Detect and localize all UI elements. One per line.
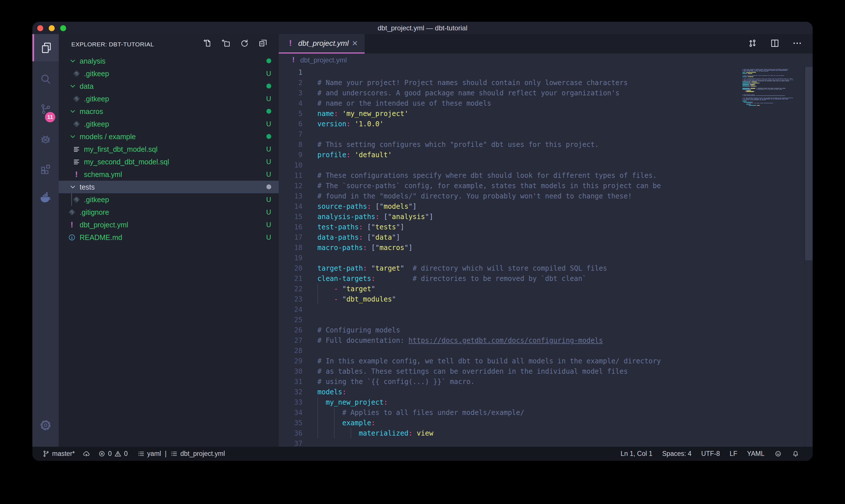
chevron-down-icon (69, 133, 76, 140)
split-editor-button[interactable] (770, 38, 780, 50)
code-line-13: 13# found in the "models/" directory. Yo… (279, 191, 805, 201)
yaml-warning-icon: ! (289, 38, 292, 48)
activity-explorer[interactable] (32, 34, 59, 61)
breadcrumb[interactable]: ! dbt_project.yml (279, 54, 813, 67)
close-tab-icon[interactable]: × (352, 34, 358, 52)
tree-item-analysis[interactable]: analysis (59, 55, 279, 67)
activity-settings[interactable] (32, 412, 59, 439)
sql-file-icon (72, 145, 80, 153)
tree-item--gitkeep[interactable]: .gitkeepU (59, 193, 279, 206)
chevron-down-icon (69, 83, 76, 90)
git-status-untracked: U (260, 70, 277, 78)
explorer-header: EXPLORER: DBT-TUTORIAL (71, 34, 154, 55)
code-line-34: 34 # Applies to all files under models/e… (279, 408, 805, 418)
git-status-untracked: U (260, 145, 277, 153)
refresh-explorer-button[interactable] (239, 38, 249, 49)
activity-debug[interactable] (32, 125, 59, 152)
editor-scrollbar[interactable] (805, 67, 813, 447)
zoom-window-button[interactable] (60, 25, 66, 31)
tree-item-readme-md[interactable]: README.mdU (59, 231, 279, 244)
git-file-icon (72, 95, 80, 103)
scrollbar-thumb[interactable] (805, 67, 813, 260)
code-line-19: 19 (279, 253, 805, 263)
tree-item-dbt-project-yml[interactable]: !dbt_project.ymlU (59, 218, 279, 231)
code-line-23: 23 - "dbt_modules" (279, 294, 805, 304)
line-number: 22 (279, 284, 303, 294)
more-actions-button[interactable] (792, 38, 802, 50)
close-window-button[interactable] (37, 25, 43, 31)
activity-extensions[interactable] (32, 156, 59, 183)
window-title: dbt_project.yml — dbt-tutorial (378, 22, 467, 34)
breadcrumb-file: dbt_project.yml (300, 54, 347, 67)
git-branch-indicator[interactable]: master* (42, 450, 75, 457)
code-line-16: 16test-paths: ["tests"] (279, 222, 805, 232)
active-file-indicator[interactable]: dbt_project.yml (170, 450, 225, 457)
settings-icon (39, 419, 52, 432)
sync-button[interactable] (83, 450, 90, 457)
tree-item--gitignore[interactable]: .gitignoreU (59, 206, 279, 218)
more-actions-icon (792, 38, 802, 48)
eol-indicator[interactable]: LF (730, 450, 737, 457)
tree-item-tests[interactable]: tests (59, 181, 279, 193)
docker-icon (39, 191, 52, 204)
line-number: 9 (279, 150, 303, 160)
tree-item-schema-yml[interactable]: !schema.ymlU (59, 168, 279, 181)
collapse-folders-button[interactable] (258, 38, 268, 49)
minimize-window-button[interactable] (49, 25, 55, 31)
tree-indent-guide (71, 193, 72, 206)
status-separator: | (165, 450, 166, 457)
tree-item-data[interactable]: data (59, 80, 279, 92)
line-number: 36 (279, 428, 303, 438)
notifications-icon[interactable] (792, 450, 799, 457)
code-line-15: 15analysis-paths: ["analysis"] (279, 212, 805, 222)
readme-file-icon (68, 233, 76, 241)
yaml-file-icon: ! (68, 221, 76, 229)
minimap[interactable] (742, 68, 805, 107)
encoding-indicator[interactable]: UTF-8 (701, 450, 720, 457)
cursor-position[interactable]: Ln 1, Col 1 (621, 450, 652, 457)
git-status-untracked: U (260, 208, 277, 216)
tree-item-models-example[interactable]: models / example (59, 130, 279, 143)
tree-item-my-first-dbt-model-sql[interactable]: my_first_dbt_model.sqlU (59, 143, 279, 156)
code-line-2: 2# Name your project! Project names shou… (279, 78, 805, 88)
tree-item--gitkeep[interactable]: .gitkeepU (59, 118, 279, 130)
git-file-icon (68, 208, 76, 216)
git-status-dot (260, 82, 277, 90)
chevron-down-icon (69, 133, 76, 140)
feedback-icon[interactable] (774, 450, 782, 457)
tree-item-macros[interactable]: macros (59, 105, 279, 118)
activity-search[interactable] (32, 65, 59, 92)
indentation-indicator[interactable]: Spaces: 4 (662, 450, 691, 457)
code-line-10: 10 (279, 160, 805, 170)
tree-item--gitkeep[interactable]: .gitkeepU (59, 92, 279, 105)
code-line-14: 14source-paths: ["models"] (279, 201, 805, 212)
git-status-untracked: U (260, 221, 277, 229)
new-file-button[interactable] (202, 38, 212, 49)
line-number: 30 (279, 366, 303, 377)
code-line-7: 7 (279, 129, 805, 140)
code-line-29: 29# In this example config, we tell dbt … (279, 356, 805, 366)
new-folder-button[interactable] (221, 38, 231, 49)
line-number: 3 (279, 88, 303, 98)
tree-item-my-second-dbt-model-sql[interactable]: my_second_dbt_model.sqlU (59, 156, 279, 168)
git-status-dot (260, 57, 277, 65)
tab-dbt-project-yml[interactable]: ! dbt_project.yml × (279, 34, 365, 54)
new-folder-icon (221, 38, 231, 48)
problems-indicator[interactable]: 00 (98, 450, 128, 457)
explorer-sidebar: EXPLORER: DBT-TUTORIAL analysis.gitkeepU… (59, 34, 279, 447)
line-number: 1 (279, 67, 303, 78)
open-changes-button[interactable] (747, 38, 758, 50)
activity-docker[interactable] (32, 183, 59, 211)
git-status-dot (260, 183, 277, 191)
code-editor[interactable]: 12# Name your project! Project names sho… (279, 67, 805, 447)
new-file-icon (202, 38, 212, 48)
code-line-36: 36 materialized: view (279, 428, 805, 438)
code-line-21: 21clean-targets: # directories to be rem… (279, 273, 805, 284)
code-line-35: 35 example: (279, 418, 805, 428)
git-file-icon (72, 95, 80, 103)
git-file-icon (72, 196, 80, 204)
yaml-mode-indicator[interactable]: yaml (137, 450, 161, 457)
tree-item--gitkeep[interactable]: .gitkeepU (59, 67, 279, 80)
chevron-down-icon (69, 57, 76, 65)
language-indicator[interactable]: YAML (747, 450, 765, 457)
